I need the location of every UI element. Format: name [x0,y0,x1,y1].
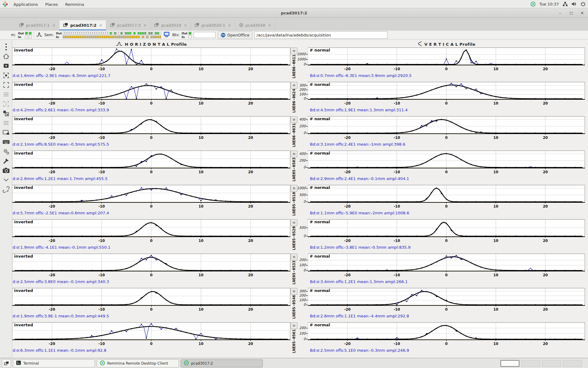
tab-pcad3048[interactable]: pcad3048 ✕ [235,20,275,30]
tab-close-icon[interactable]: ✕ [52,23,55,28]
y-tick-label: 1000 [297,58,307,61]
disconnect-icon[interactable] [2,185,10,194]
svg-text:-10: -10 [98,342,105,346]
workspace-3[interactable] [542,360,561,367]
taskbar-button-terminal[interactable]: Terminal [13,359,95,367]
scaled-mode-icon[interactable] [2,109,10,117]
remmina-status-icon[interactable] [530,2,536,7]
svg-text:-10: -10 [98,170,105,174]
tab-close-icon[interactable]: ✕ [228,23,231,28]
svg-text:20: 20 [248,170,253,174]
svg-text:-20: -20 [344,136,351,140]
clock[interactable]: Tue 10:37 [539,2,559,6]
svg-text:0: 0 [445,170,447,174]
waveform-button[interactable]: ≋ [291,322,297,329]
close-icon[interactable]: ✕ [580,11,584,15]
waveform-button[interactable]: ≋ [291,151,297,157]
btv-leds: Out In [182,32,191,39]
y-tick-label: 0 [303,303,307,306]
profile-plot: -20-1001020# normal [308,116,585,141]
svg-text:0: 0 [150,136,153,140]
vertical-profile-header: V E R T I C A L Profile [308,41,585,47]
waveform-button[interactable]: ≋ [291,185,297,192]
svg-text:-20: -20 [49,307,55,312]
taskbar-button-pcad3017-2[interactable]: pcad3017:2 [181,359,263,367]
menu-remmina[interactable]: Remmina [62,2,88,7]
tab-close-icon[interactable]: ✕ [268,23,271,28]
gaussian-side-icon [417,41,422,47]
new-connection-icon[interactable] [2,62,10,70]
device-gutter: ≋ LNE05-0561 2001000 [290,322,308,357]
tab-pcad3017-2[interactable]: pcad3017:2 ✕ [59,20,106,30]
svg-text:-20: -20 [49,136,55,140]
svg-text:0: 0 [150,307,153,312]
svg-text:20: 20 [543,239,548,243]
workspace-4[interactable] [563,360,582,367]
y-tick-label: 1000 [297,187,307,190]
minimize-icon[interactable]: – [558,11,562,15]
y-tick-label: 200 [299,259,307,262]
device-label: LNE06-0611 [290,55,297,82]
window-list-icon[interactable] [2,359,11,368]
svg-text:-10: -10 [394,239,400,243]
monitor-icon[interactable] [163,31,170,39]
power-icon[interactable] [581,2,586,6]
menu-applications[interactable]: Applications [10,2,41,7]
screenshot-icon[interactable] [2,166,10,174]
tab-pcad3017-3[interactable]: pcad3017:3 ✕ [106,20,150,30]
waveform-button[interactable]: ≋ [291,116,297,123]
tab-close-icon[interactable]: ✕ [143,23,146,28]
multi-monitor-icon[interactable] [2,128,10,136]
maximize-icon[interactable]: ◻ [569,11,573,15]
waveform-button[interactable]: ≋ [291,219,297,226]
profile-plot: -20-1001020# normal [308,322,585,347]
menu-icon[interactable] [2,90,10,98]
workspace-2[interactable] [521,360,540,367]
svg-text:20: 20 [248,101,253,105]
network-icon[interactable] [563,2,568,6]
fullscreen-icon[interactable] [2,81,10,89]
horizontal-profile: -20-1001020inverted d:σ:2.6mm offs:1.2E1… [12,151,290,185]
svg-text:-20: -20 [49,273,55,277]
collapse-icon[interactable] [2,176,10,184]
drag-handle-icon [2,43,10,51]
volume-icon[interactable] [571,2,577,6]
toolbar-field[interactable] [194,32,216,38]
profile-row-LNE05-0510: -20-1001020inverted d:σ:5.7mm offs:-2.5E… [12,185,588,219]
svg-text:-20: -20 [49,342,55,346]
openoffice-button[interactable]: OpenOffice [218,31,252,39]
profile-row-LNE06-0624: -20-1001020inverted d:σ:4.2mm offs:2.6E1… [12,82,588,116]
waveform-button[interactable]: ≋ [291,48,297,54]
waveform-button[interactable]: ≋ [291,82,297,89]
dynamic-resolution-icon[interactable] [2,71,10,79]
tab-pcad3020-1[interactable]: pcad3020:1 ✕ [191,20,235,30]
tab-label: pcad3017:3 [117,23,141,28]
y-tick-label: 300 [299,84,307,87]
menu2-icon[interactable] [2,119,10,127]
svg-text:-20: -20 [344,67,351,71]
resize-disabled-icon[interactable] [2,100,10,108]
tab-close-icon[interactable]: ✕ [99,23,102,28]
svg-text:10: 10 [198,239,203,243]
workspace-switcher[interactable] [500,360,586,367]
profile-plot: -20-1001020# normal [308,151,585,176]
profile-plot: -20-1001020inverted [12,185,290,210]
remmina-toolbar [0,40,12,358]
workspace-1[interactable] [500,360,519,367]
tab-pcad3019[interactable]: pcad3019 ✕ [150,20,191,30]
taskbar-button-remmina-remote-desktop-client[interactable]: Remmina Remote Desktop Client [97,359,179,367]
taskbar-button-label: Remmina Remote Desktop Client [107,361,168,366]
gaussian-peak-icon [116,41,123,47]
svg-text:20: 20 [543,204,548,209]
path-field[interactable]: /acc/java/data/lna/adebds/acquisition [254,31,387,39]
tab-pcad3017-1[interactable]: pcad3017:1 ✕ [15,20,59,30]
preferences-icon[interactable] [2,147,10,155]
device-gutter: ≋ LNE05-0520 5000 [290,219,308,254]
tools-icon[interactable] [2,157,10,165]
tab-close-icon[interactable]: ✕ [184,23,187,28]
home-icon[interactable] [2,52,10,60]
waveform-button[interactable]: ≋ [291,288,297,295]
waveform-button[interactable]: ≋ [291,254,297,260]
keyboard-icon[interactable] [2,138,10,146]
menu-places[interactable]: Places [41,2,61,7]
